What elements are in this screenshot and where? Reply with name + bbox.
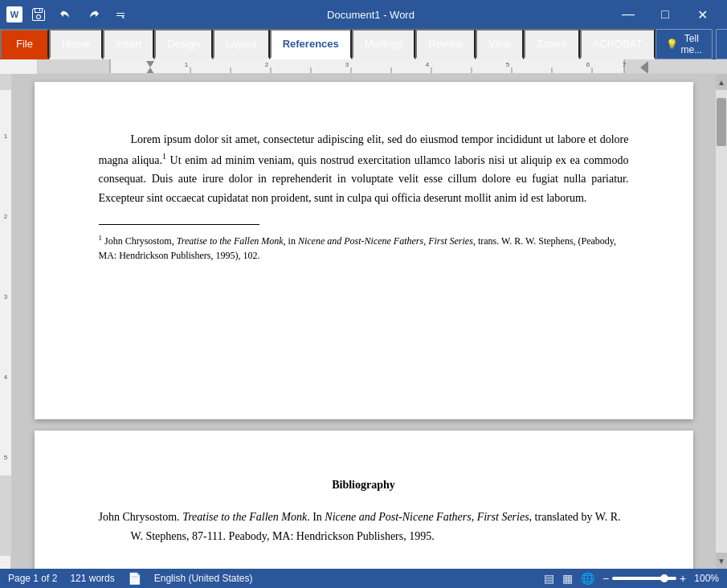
tab-home[interactable]: Home (49, 29, 103, 59)
close-button[interactable]: ✕ (684, 0, 721, 29)
bibliography-title: Bibliography (99, 479, 629, 492)
view-layout-icon[interactable]: ▦ (562, 572, 573, 585)
svg-text:6: 6 (586, 61, 590, 68)
tab-review[interactable]: Review (415, 29, 476, 59)
tab-zotero[interactable]: Zotero (524, 29, 580, 59)
tell-me-button[interactable]: 💡 Tell me... (656, 29, 713, 59)
tab-file[interactable]: File (0, 29, 49, 59)
footnote-author: John Chrysostom, (104, 235, 177, 247)
customize-qat-button[interactable] (109, 3, 132, 26)
bib-series: Nicene and Post-Nicene Fathers, First Se… (325, 511, 529, 523)
status-bar: Page 1 of 2 121 words 📄 English (United … (0, 569, 727, 588)
zoom-percent: 100% (694, 573, 719, 584)
main-area: 1 2 3 4 5 Lorem ipsum dolor sit amet, co… (0, 74, 727, 569)
tab-view[interactable]: View (476, 29, 524, 59)
vertical-scrollbar[interactable]: ▲ ▼ (716, 74, 727, 569)
horizontal-ruler: 1 2 3 4 5 6 7 (38, 59, 727, 74)
ruler-area: 1 2 3 4 5 6 7 (0, 59, 727, 74)
svg-rect-27 (0, 74, 11, 90)
text-stats-icon: 📄 (128, 572, 141, 585)
tab-layout[interactable]: Layout (213, 29, 270, 59)
tab-design[interactable]: Design (154, 29, 212, 59)
footnote-series: Nicene and Post-Nicene Fathers, First Se… (298, 235, 473, 247)
minimize-button[interactable]: — (610, 0, 647, 29)
maximize-button[interactable]: □ (647, 0, 684, 29)
footnote-1: 1 John Chrysostom, Treatise to the Falle… (99, 233, 629, 263)
document-scroll-area[interactable]: Lorem ipsum dolor sit amet, consectetur … (11, 74, 716, 569)
vertical-ruler: 1 2 3 4 5 (0, 74, 11, 569)
page-1: Lorem ipsum dolor sit amet, consectetur … (35, 82, 693, 419)
svg-text:4: 4 (426, 61, 430, 68)
ruler-corner (0, 59, 38, 74)
window-title: Document1 - Word (132, 9, 610, 21)
svg-text:5: 5 (4, 454, 8, 461)
zoom-control[interactable]: − + (602, 572, 686, 585)
title-bar: W Document1 - Word — □ ✕ (0, 0, 727, 29)
tab-acrobat[interactable]: ACROBAT (580, 29, 656, 59)
undo-button[interactable] (55, 3, 77, 26)
svg-rect-28 (0, 476, 11, 556)
ribbon-tabs: File Home Insert Design Layout Reference… (0, 29, 727, 59)
redo-button[interactable] (82, 3, 104, 26)
footnote-ref-1: 1 (162, 152, 166, 161)
svg-text:1: 1 (4, 133, 8, 140)
tab-references[interactable]: References (270, 29, 352, 59)
tab-insert[interactable]: Insert (103, 29, 155, 59)
scroll-down-button[interactable]: ▼ (716, 553, 727, 569)
svg-text:5: 5 (506, 61, 510, 68)
svg-text:7: 7 (623, 61, 627, 68)
svg-text:3: 3 (345, 61, 349, 68)
svg-text:2: 2 (265, 61, 269, 68)
svg-text:2: 2 (4, 213, 8, 220)
page-1-body: Lorem ipsum dolor sit amet, consectetur … (99, 130, 629, 208)
svg-text:3: 3 (4, 293, 8, 300)
page-2: Bibliography John Chrysostom. Treatise t… (35, 431, 693, 569)
footnote-middle: , in (284, 235, 298, 247)
save-button[interactable] (27, 3, 50, 26)
svg-text:4: 4 (4, 374, 8, 381)
footnote-number: 1 (99, 234, 103, 242)
sign-in-button[interactable]: Sign in (716, 29, 727, 59)
view-web-icon[interactable]: 🌐 (581, 572, 594, 585)
page-info: Page 1 of 2 (8, 573, 57, 584)
language: English (United States) (154, 573, 253, 584)
zoom-slider[interactable] (612, 577, 676, 580)
status-bar-right: ▤ ▦ 🌐 − + 100% (544, 572, 719, 585)
footnote-divider (99, 224, 259, 225)
footnote-title: Treatise to the Fallen Monk (177, 235, 284, 247)
paragraph-1: Lorem ipsum dolor sit amet, consectetur … (99, 130, 629, 208)
bib-title: Treatise to the Fallen Monk (182, 511, 307, 523)
title-bar-left: W (6, 3, 132, 26)
svg-rect-2 (624, 59, 727, 74)
bib-author: John Chrysostom. (99, 511, 183, 523)
lightbulb-icon: 💡 (666, 39, 678, 50)
bib-middle: . In (307, 511, 325, 523)
scrollbar-track[interactable] (716, 90, 727, 553)
scroll-up-button[interactable]: ▲ (716, 74, 727, 90)
ribbon-right-actions: 💡 Tell me... Sign in ⬆ Share (656, 29, 727, 59)
zoom-in-button[interactable]: + (680, 572, 686, 585)
zoom-thumb (660, 574, 668, 582)
word-count: 121 words (70, 573, 114, 584)
scrollbar-thumb[interactable] (717, 98, 726, 146)
svg-rect-1 (38, 59, 110, 74)
tab-mailings[interactable]: Mailings (352, 29, 416, 59)
svg-text:1: 1 (185, 61, 189, 68)
zoom-out-button[interactable]: − (602, 572, 609, 585)
bibliography-entry-1: John Chrysostom. Treatise to the Fallen … (99, 508, 629, 546)
word-icon: W (6, 6, 22, 22)
view-normal-icon[interactable]: ▤ (544, 572, 554, 585)
window-buttons: — □ ✕ (610, 0, 721, 29)
